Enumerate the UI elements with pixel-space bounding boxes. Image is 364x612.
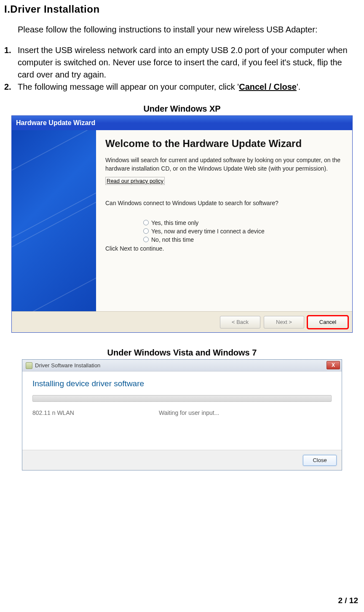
xp-side-graphic [12, 130, 96, 311]
vista-device-status: Waiting for user input... [159, 409, 219, 416]
vista-footer: Close [22, 450, 342, 470]
radio-icon [143, 220, 149, 225]
step-2-text: The following message will appear on you… [18, 81, 360, 93]
step-1-text: Insert the USB wireless network card int… [18, 44, 360, 81]
vista-headline: Installing device driver software [32, 379, 332, 388]
vista-progress-bar [32, 395, 332, 402]
step-2-suffix: '. [297, 82, 300, 91]
intro-paragraph: Please follow the following instructions… [18, 24, 360, 36]
xp-continue-text: Click Next to continue. [105, 245, 343, 253]
xp-back-button: < Back [220, 316, 260, 329]
xp-radio-no-label: No, not this time [151, 236, 194, 243]
xp-radio-no[interactable]: No, not this time [143, 236, 343, 243]
step-2: 2. The following message will appear on … [4, 81, 360, 93]
xp-wizard-window: Hardware Update Wizard Welcome to the Ha… [11, 115, 353, 333]
step-2-number: 2. [4, 81, 18, 93]
vista-body: Installing device driver software 802.11… [22, 371, 342, 450]
xp-description: Windows will search for current and upda… [105, 156, 343, 173]
radio-icon [143, 228, 149, 234]
xp-button-bar: < Back Next > Cancel [12, 311, 352, 332]
xp-main-panel: Welcome to the Hardware Update Wizard Wi… [96, 130, 352, 311]
xp-radio-group: Yes, this time only Yes, now and every t… [143, 219, 343, 243]
xp-privacy-link[interactable]: Read our privacy policy [105, 177, 165, 185]
radio-icon [143, 237, 149, 242]
xp-radio-yes-always[interactable]: Yes, now and every time I connect a devi… [143, 228, 343, 235]
xp-radio-yes-once-label: Yes, this time only [151, 219, 198, 226]
vista-dialog-window: Driver Software Installation X Installin… [22, 359, 342, 470]
vista-caption: Under Windows Vista and Windows 7 [4, 348, 360, 358]
xp-body: Welcome to the Hardware Update Wizard Wi… [12, 130, 352, 311]
step-2-link-text: Cancel / Close [239, 82, 297, 91]
step-1-number: 1. [4, 44, 18, 81]
xp-radio-yes-always-label: Yes, now and every time I connect a devi… [151, 228, 265, 235]
step-1: 1. Insert the USB wireless network card … [4, 44, 360, 81]
xp-next-button: Next > [264, 316, 304, 329]
close-icon: X [332, 362, 335, 368]
vista-device-name: 802.11 n WLAN [32, 409, 159, 416]
xp-radio-yes-once[interactable]: Yes, this time only [143, 219, 343, 226]
xp-titlebar: Hardware Update Wizard [12, 116, 352, 130]
xp-titlebar-text: Hardware Update Wizard [16, 119, 95, 127]
xp-question: Can Windows connect to Windows Update to… [105, 199, 343, 208]
vista-close-footer-button[interactable]: Close [303, 455, 337, 466]
xp-side-graphic-lines [12, 130, 96, 311]
xp-cancel-button[interactable]: Cancel [308, 316, 348, 329]
vista-titlebar-text: Driver Software Installation [35, 362, 100, 369]
vista-titlebar: Driver Software Installation X [22, 360, 342, 371]
vista-device-row: 802.11 n WLAN Waiting for user input... [32, 409, 332, 416]
xp-main-heading: Welcome to the Hardware Update Wizard [105, 138, 343, 150]
page-heading: I.Driver Installation [4, 3, 360, 15]
steps-list: 1. Insert the USB wireless network card … [4, 44, 360, 93]
xp-caption: Under Windows XP [4, 104, 360, 114]
page-number: 2 / 12 [338, 596, 358, 605]
disk-icon [26, 362, 32, 369]
step-2-prefix: The following message will appear on you… [18, 82, 239, 91]
vista-close-button[interactable]: X [327, 361, 340, 369]
